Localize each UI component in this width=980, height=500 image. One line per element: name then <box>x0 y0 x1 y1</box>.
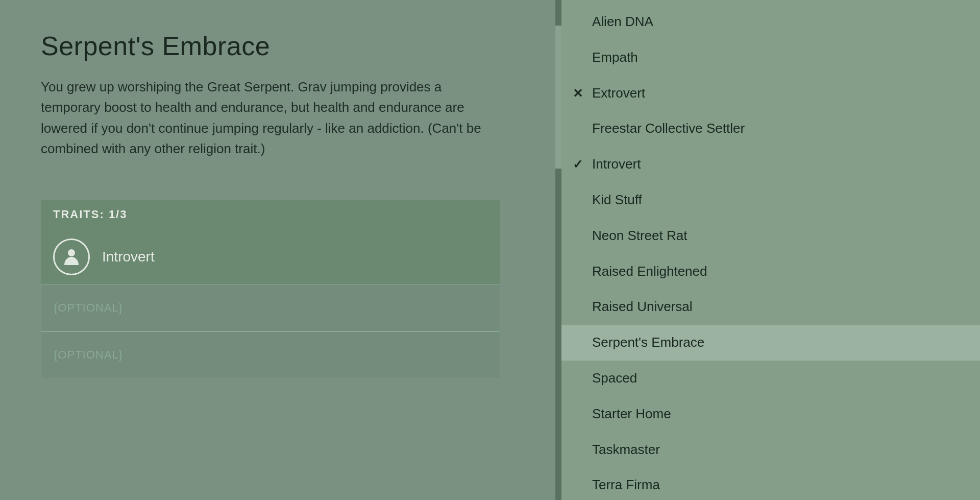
trait-list-item-serpents-embrace[interactable]: Serpent's Embrace <box>561 325 980 361</box>
scrollbar[interactable] <box>555 0 561 500</box>
trait-slot-1[interactable]: Introvert <box>41 229 500 284</box>
trait-label-neon-street-rat: Neon Street Rat <box>592 227 687 245</box>
trait-list-item-extrovert[interactable]: ✕Extrovert <box>561 76 980 111</box>
trait-2-optional-label: {OPTIONAL} <box>54 301 123 314</box>
trait-slot-2[interactable]: {OPTIONAL} <box>41 284 500 331</box>
trait-label-extrovert: Extrovert <box>592 85 645 102</box>
trait-slot-3[interactable]: {OPTIONAL} <box>41 331 500 378</box>
trait-label-raised-enlightened: Raised Enlightened <box>592 263 707 280</box>
trait-label-spaced: Spaced <box>592 370 637 387</box>
trait-label-serpents-embrace: Serpent's Embrace <box>592 334 704 351</box>
trait-label-freestar: Freestar Collective Settler <box>592 120 745 137</box>
main-panel: Serpent's Embrace You grew up worshiping… <box>0 0 555 500</box>
trait-label-terra-firma: Terra Firma <box>592 477 660 494</box>
trait-label-alien-dna: Alien DNA <box>592 13 653 31</box>
trait-label-introvert: Introvert <box>592 156 641 173</box>
trait-list-item-raised-universal[interactable]: Raised Universal <box>561 289 980 325</box>
trait-list-item-neon-street-rat[interactable]: Neon Street Rat <box>561 218 980 254</box>
person-icon <box>61 247 82 267</box>
trait-list-item-kid-stuff[interactable]: Kid Stuff <box>561 182 980 218</box>
trait-label-kid-stuff: Kid Stuff <box>592 192 642 209</box>
trait-label-empath: Empath <box>592 49 638 66</box>
trait-list-item-taskmaster[interactable]: Taskmaster <box>561 432 980 468</box>
trait-label-raised-universal: Raised Universal <box>592 298 693 316</box>
scrollbar-thumb[interactable] <box>555 26 561 169</box>
trait-label-taskmaster: Taskmaster <box>592 441 660 459</box>
trait-list-item-raised-enlightened[interactable]: Raised Enlightened <box>561 254 980 290</box>
trait-marker-extrovert: ✕ <box>573 85 583 101</box>
traits-section: TRAITS: 1/3 Introvert {OPTIONAL} {OPTION… <box>41 200 500 378</box>
trait-list-item-starter-home[interactable]: Starter Home <box>561 396 980 432</box>
trait-list-item-alien-dna[interactable]: Alien DNA <box>561 4 980 40</box>
trait-icon <box>53 239 90 275</box>
svg-point-0 <box>68 249 75 256</box>
traits-header: TRAITS: 1/3 <box>41 200 500 229</box>
trait-1-name: Introvert <box>102 249 155 265</box>
trait-list-item-spaced[interactable]: Spaced <box>561 361 980 396</box>
trait-list-item-freestar[interactable]: Freestar Collective Settler <box>561 111 980 147</box>
trait-marker-introvert: ✓ <box>573 156 583 172</box>
trait-list-item-empath[interactable]: Empath <box>561 40 980 76</box>
trait-label-starter-home: Starter Home <box>592 406 671 423</box>
trait-3-optional-label: {OPTIONAL} <box>54 348 123 361</box>
page-title: Serpent's Embrace <box>41 31 514 61</box>
trait-list-item-introvert[interactable]: ✓Introvert <box>561 147 980 182</box>
trait-list: Alien DNAEmpath✕ExtrovertFreestar Collec… <box>561 0 980 500</box>
trait-description: You grew up worshiping the Great Serpent… <box>41 77 500 159</box>
trait-list-item-terra-firma[interactable]: Terra Firma <box>561 467 980 500</box>
